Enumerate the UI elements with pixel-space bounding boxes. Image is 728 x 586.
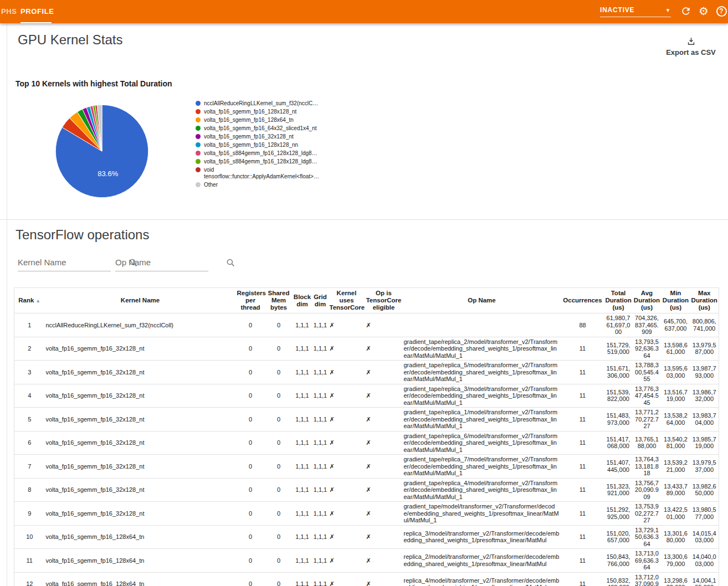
cell-avg-duration: 13,713,069,636.364 xyxy=(633,549,662,573)
cell-max-duration: 800,806,741,000 xyxy=(690,313,719,337)
table-row: 6volta_fp16_sgemm_fp16_32x128_nt001,1,11… xyxy=(14,431,719,455)
section-divider xyxy=(0,219,728,220)
cell-max-duration: 14,015,403,000 xyxy=(690,525,719,549)
cell-op-name: gradient_tape/replica_1/model/transforme… xyxy=(403,408,561,431)
run-selector-dropdown[interactable]: INACTIVE ▾ xyxy=(600,4,671,17)
cell-shared-mem-bytes: 0 xyxy=(265,337,293,361)
tf-operations-title: TensorFlow operations xyxy=(16,227,149,243)
cell-total-duration: 151,483,973,000 xyxy=(604,408,633,431)
cell-occurrences: 11 xyxy=(561,572,604,586)
column-header[interactable]: Total Duration (us) xyxy=(604,288,633,313)
cell-op-tensorcore-eligible: ✗ xyxy=(365,478,403,502)
column-header[interactable]: Registers per thread xyxy=(236,288,265,313)
tab-graphs-partial[interactable]: PHS xyxy=(1,0,17,23)
cell-occurrences: 11 xyxy=(561,478,604,502)
cell-op-tensorcore-eligible: ✗ xyxy=(365,337,403,361)
cell-occurrences: 11 xyxy=(561,384,604,408)
table-row: 11volta_fp16_sgemm_fp16_128x64_tn001,1,1… xyxy=(14,549,719,573)
cell-op-tensorcore-eligible: ✗ xyxy=(365,455,403,479)
cell-registers-per-thread: 0 xyxy=(236,502,265,526)
cell-max-duration: 13,982,650,000 xyxy=(690,478,719,502)
tab-profile[interactable]: PROFILE xyxy=(20,0,54,23)
kernel-stats-table: Rank▲Kernel NameRegisters per threadShar… xyxy=(14,287,719,586)
cell-registers-per-thread: 0 xyxy=(236,313,265,337)
gear-icon[interactable]: ⚙ xyxy=(697,4,710,18)
active-tab-indicator xyxy=(20,22,52,23)
column-header[interactable]: Grid dim xyxy=(312,288,329,313)
legend-color-dot xyxy=(196,134,201,139)
help-icon[interactable]: ? xyxy=(715,4,728,18)
cell-occurrences: 11 xyxy=(561,525,604,549)
cell-registers-per-thread: 0 xyxy=(236,408,265,431)
cell-op-tensorcore-eligible: ✗ xyxy=(365,313,403,337)
cell-registers-per-thread: 0 xyxy=(236,525,265,549)
table-row: 12volta_fp16_sgemm_fp16_128x64_tn001,1,1… xyxy=(14,572,719,586)
export-csv-button[interactable]: Export as CSV xyxy=(658,37,724,56)
table-header-row: Rank▲Kernel NameRegisters per threadShar… xyxy=(14,288,719,313)
cell-op-name: gradient_tape/replica_5/model/transforme… xyxy=(403,361,561,384)
cell-rank: 8 xyxy=(14,478,45,502)
content-left-border xyxy=(7,23,7,586)
column-header[interactable]: Op Name xyxy=(403,288,561,313)
table-row: 8volta_fp16_sgemm_fp16_32x128_nt001,1,11… xyxy=(14,478,719,502)
cell-shared-mem-bytes: 0 xyxy=(265,313,293,337)
cell-avg-duration: 13,765,188,000 xyxy=(633,431,662,455)
cell-min-duration: 13,433,789,000 xyxy=(662,478,690,502)
column-header[interactable]: Occurrences xyxy=(561,288,604,313)
cell-block-dim: 1,1,1 xyxy=(293,549,312,573)
column-header[interactable]: Shared Mem bytes xyxy=(265,288,293,313)
cell-op-name: gradient_tape/replica_4/model/transforme… xyxy=(403,478,561,502)
legend-item: volta_fp16_sgemm_fp16_128x128_nt xyxy=(196,109,315,115)
cell-avg-duration: 13,764,313,181.818 xyxy=(633,455,662,479)
cell-min-duration: 13,422,501,000 xyxy=(662,502,690,526)
pie-chart[interactable]: 83.6% xyxy=(52,101,152,201)
cell-block-dim: 1,1,1 xyxy=(293,337,312,361)
cell-kernel-uses-tensorcore: ✗ xyxy=(329,361,365,384)
cell-block-dim: 1,1,1 xyxy=(293,502,312,526)
cell-grid-dim: 1,1,1 xyxy=(312,525,329,549)
cell-kernel-uses-tensorcore: ✗ xyxy=(329,431,365,455)
column-header[interactable]: Min Duration (us) xyxy=(662,288,690,313)
kernel-name-input[interactable] xyxy=(18,258,128,267)
column-header[interactable]: Avg Duration (us) xyxy=(633,288,662,313)
cell-rank: 6 xyxy=(14,431,45,455)
column-header[interactable]: Kernel Name xyxy=(45,288,236,313)
cell-op-name: gradient_tape/replica_2/model/transforme… xyxy=(403,337,561,361)
pie-slice-percent-label: 83.6% xyxy=(98,169,118,177)
cell-occurrences: 88 xyxy=(561,313,604,337)
cell-occurrences: 11 xyxy=(561,337,604,361)
legend-item: volta_fp16_sgemm_fp16_128x64_tn xyxy=(196,117,315,124)
column-header[interactable]: Kernel uses TensorCore xyxy=(329,288,365,313)
cell-op-name: gradient_tape/model/transformer_v2/Trans… xyxy=(403,502,561,526)
cell-max-duration: 13,985,719,000 xyxy=(690,431,719,455)
cell-op-tensorcore-eligible: ✗ xyxy=(365,408,403,431)
column-header[interactable]: Op is TensorCore eligible xyxy=(365,288,403,313)
cell-op-name: gradient_tape/replica_7/model/transforme… xyxy=(403,455,561,479)
cell-total-duration: 61,980,761,697,000 xyxy=(604,313,633,337)
cell-op-tensorcore-eligible: ✗ xyxy=(365,361,403,384)
column-header[interactable]: Max Duration (us) xyxy=(690,288,719,313)
table-row: 10volta_fp16_sgemm_fp16_128x64_tn001,1,1… xyxy=(14,525,719,549)
cell-avg-duration: 13,776,347,454.545 xyxy=(633,384,662,408)
legend-label: volta_fp16_s884gemm_fp16_128x128_ldg8… xyxy=(204,150,317,157)
search-icon[interactable] xyxy=(225,258,235,268)
table-row: 3volta_fp16_sgemm_fp16_32x128_nt001,1,11… xyxy=(14,361,719,384)
table-row: 2volta_fp16_sgemm_fp16_32x128_nt001,1,11… xyxy=(14,337,719,361)
cell-kernel-uses-tensorcore: ✗ xyxy=(329,525,365,549)
cell-registers-per-thread: 0 xyxy=(236,455,265,479)
cell-registers-per-thread: 0 xyxy=(236,478,265,502)
legend-label: void tensorflow::functor::ApplyAdamKerne… xyxy=(204,167,304,180)
cell-rank: 3 xyxy=(14,361,45,384)
cell-rank: 9 xyxy=(14,502,45,526)
cell-total-duration: 151,671,306,000 xyxy=(604,361,633,384)
cell-kernel-name: volta_fp16_sgemm_fp16_32x128_nt xyxy=(45,361,236,384)
cell-kernel-uses-tensorcore: ✗ xyxy=(329,408,365,431)
refresh-icon[interactable] xyxy=(679,4,693,18)
cell-op-name: gradient_tape/replica_6/model/transforme… xyxy=(403,431,561,455)
column-header[interactable]: Rank▲ xyxy=(14,288,45,313)
legend-color-dot xyxy=(196,159,201,164)
op-name-input[interactable] xyxy=(115,258,225,267)
column-header[interactable]: Block dim xyxy=(293,288,312,313)
cell-total-duration: 151,020,657,000 xyxy=(604,525,633,549)
legend-color-dot xyxy=(196,167,201,172)
